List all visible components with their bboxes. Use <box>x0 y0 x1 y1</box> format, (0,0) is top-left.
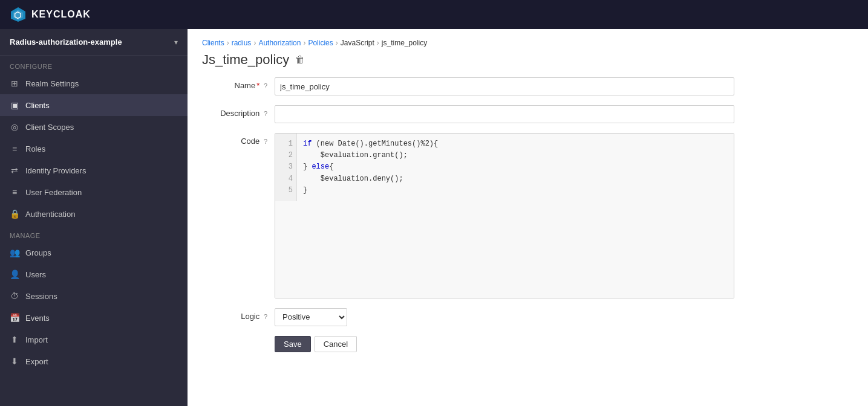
code-grant: $evaluation.grant(); <box>321 151 408 160</box>
content-area: Clients › radius › Authorization › Polic… <box>188 29 868 406</box>
sidebar-item-events[interactable]: 📅 Events <box>0 307 188 329</box>
name-row: Name* ? <box>202 77 853 95</box>
line-num-3: 3 <box>279 161 293 173</box>
realm-chevron-icon: ▾ <box>174 38 178 47</box>
line-num-1: 1 <box>279 138 293 150</box>
name-input[interactable] <box>275 77 734 95</box>
sessions-icon: ⏱ <box>10 291 19 301</box>
code-deny: $evaluation.deny(); <box>321 175 403 183</box>
description-label: Description ? <box>202 105 275 118</box>
sidebar: Radius-authorization-example ▾ Configure… <box>0 29 188 406</box>
code-row: Code ? 1 2 3 4 5 if (new Date().getMinut… <box>202 133 853 298</box>
sidebar-item-label: Events <box>25 314 50 323</box>
groups-icon: 👥 <box>10 248 19 257</box>
authentication-icon: 🔒 <box>10 209 19 219</box>
breadcrumb-sep-4: › <box>336 39 338 47</box>
sidebar-item-label: Identity Providers <box>25 166 86 175</box>
breadcrumb: Clients › radius › Authorization › Polic… <box>188 29 868 47</box>
sidebar-item-label: Client Scopes <box>25 123 74 132</box>
description-row: Description ? <box>202 105 853 123</box>
code-editor-container[interactable]: 1 2 3 4 5 if (new Date().getMinutes()%2)… <box>275 133 734 298</box>
breadcrumb-sep-2: › <box>253 39 256 47</box>
realm-settings-icon: ⊞ <box>10 79 19 88</box>
breadcrumb-policies[interactable]: Policies <box>308 39 333 47</box>
sidebar-item-label: Export <box>25 357 48 366</box>
logic-row: Logic ? Positive Negative <box>202 308 853 326</box>
import-icon: ⬆ <box>10 335 19 344</box>
sidebar-item-clients[interactable]: ▣ Clients <box>0 94 188 116</box>
svg-text:⬡: ⬡ <box>14 10 21 20</box>
sidebar-item-import[interactable]: ⬆ Import <box>0 329 188 350</box>
main-layout: Radius-authorization-example ▾ Configure… <box>0 29 868 406</box>
logic-label: Logic ? <box>202 308 275 321</box>
name-label: Name* ? <box>202 77 275 90</box>
sidebar-item-realm-settings[interactable]: ⊞ Realm Settings <box>0 72 188 94</box>
code-else-brace: { <box>329 163 333 171</box>
description-help-icon[interactable]: ? <box>264 110 267 117</box>
events-icon: 📅 <box>10 313 19 323</box>
name-help-icon[interactable]: ? <box>264 82 267 89</box>
logic-help-icon[interactable]: ? <box>264 313 267 320</box>
breadcrumb-authorization[interactable]: Authorization <box>258 39 301 47</box>
sidebar-item-export[interactable]: ⬇ Export <box>0 350 188 372</box>
sidebar-item-user-federation[interactable]: ≡ User Federation <box>0 181 188 203</box>
code-closing-brace: } <box>303 186 307 195</box>
breadcrumb-sep-3: › <box>303 39 305 47</box>
description-input[interactable] <box>275 105 734 123</box>
topbar: ⬡ KEYCLOAK <box>0 0 868 29</box>
client-scopes-icon: ◎ <box>10 122 19 132</box>
sidebar-item-label: Users <box>25 270 46 279</box>
sidebar-item-users[interactable]: 👤 Users <box>0 263 188 285</box>
manage-section-label: Manage <box>0 225 188 242</box>
code-help-icon[interactable]: ? <box>264 138 267 145</box>
breadcrumb-sep-1: › <box>227 39 229 47</box>
keycloak-logo-icon: ⬡ <box>10 6 27 23</box>
code-editor-empty-space <box>275 201 734 298</box>
sidebar-item-label: Authentication <box>25 210 75 219</box>
save-button[interactable]: Save <box>275 336 311 352</box>
form-buttons-row: Save Cancel <box>202 336 853 352</box>
breadcrumb-policy-name: js_time_policy <box>382 39 427 47</box>
sidebar-item-label: Realm Settings <box>25 79 79 88</box>
code-editor: 1 2 3 4 5 if (new Date().getMinutes()%2)… <box>275 134 734 201</box>
page-title: Js_time_policy <box>202 52 289 68</box>
sidebar-item-label: User Federation <box>25 188 82 197</box>
realm-selector[interactable]: Radius-authorization-example ▾ <box>0 29 188 56</box>
breadcrumb-sep-5: › <box>377 39 379 47</box>
identity-providers-icon: ⇄ <box>10 166 19 175</box>
code-keyword-else: else <box>312 163 329 171</box>
logic-select[interactable]: Positive Negative <box>275 308 347 326</box>
code-condition: (new Date().getMinutes()%2){ <box>316 140 439 148</box>
line-num-2: 2 <box>279 150 293 161</box>
app-name: KEYCLOAK <box>31 9 91 20</box>
sidebar-item-label: Roles <box>25 144 45 153</box>
sidebar-item-sessions[interactable]: ⏱ Sessions <box>0 285 188 307</box>
code-content: if (new Date().getMinutes()%2){ $evaluat… <box>297 134 734 201</box>
sidebar-item-label: Sessions <box>25 292 57 301</box>
sidebar-item-label: Import <box>25 335 48 344</box>
sidebar-item-client-scopes[interactable]: ◎ Client Scopes <box>0 116 188 138</box>
form-area: Name* ? Description ? Code ? <box>188 77 868 352</box>
users-icon: 👤 <box>10 269 19 279</box>
cancel-button[interactable]: Cancel <box>315 336 357 352</box>
clients-icon: ▣ <box>10 100 19 110</box>
realm-name: Radius-authorization-example <box>10 37 122 47</box>
breadcrumb-radius[interactable]: radius <box>232 39 252 47</box>
user-federation-icon: ≡ <box>10 187 19 197</box>
sidebar-item-authentication[interactable]: 🔒 Authentication <box>0 203 188 225</box>
sidebar-item-roles[interactable]: ≡ Roles <box>0 138 188 160</box>
name-required-marker: * <box>256 81 259 90</box>
line-num-4: 4 <box>279 173 293 185</box>
export-icon: ⬇ <box>10 356 19 366</box>
breadcrumb-clients[interactable]: Clients <box>202 39 224 47</box>
breadcrumb-javascript: JavaScript <box>341 39 374 47</box>
code-brace-close: } <box>303 163 312 171</box>
line-num-5: 5 <box>279 185 293 196</box>
sidebar-item-label: Clients <box>25 101 50 110</box>
configure-section-label: Configure <box>0 56 188 72</box>
sidebar-item-groups[interactable]: 👥 Groups <box>0 242 188 263</box>
delete-icon[interactable]: 🗑 <box>295 54 305 65</box>
sidebar-item-label: Groups <box>25 248 51 257</box>
roles-icon: ≡ <box>10 144 19 153</box>
sidebar-item-identity-providers[interactable]: ⇄ Identity Providers <box>0 160 188 181</box>
